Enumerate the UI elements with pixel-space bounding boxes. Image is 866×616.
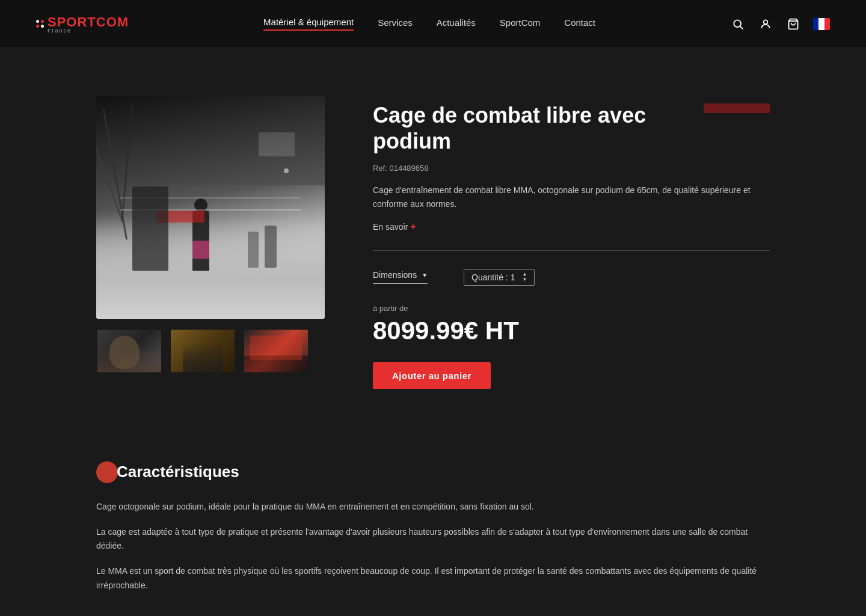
main-nav: Matériel & équipement Services Actualité… (263, 17, 595, 31)
product-title-highlight (704, 103, 770, 113)
logo-dot-3 (36, 25, 39, 28)
quantity-control[interactable]: Quantité : 1 ▲ ▼ (464, 269, 535, 286)
section-body: Cage octogonale sur podium, idéale pour … (96, 500, 770, 593)
site-header: SPORTCOM France Matériel & équipement Se… (0, 0, 866, 48)
title-line2: podium (373, 129, 451, 153)
en-savoir-label: En savoir (373, 222, 408, 232)
flag-white (818, 18, 824, 30)
en-savoir-plus: + (410, 221, 416, 232)
main-product-image (96, 96, 325, 319)
logo-dot-4 (41, 25, 44, 28)
header-actions (730, 16, 830, 32)
nav-sportcom[interactable]: SportCom (500, 17, 541, 30)
nav-materiel[interactable]: Matériel & équipement (263, 17, 354, 31)
caracteristiques-section: Caractéristiques Cage octogonale sur pod… (0, 425, 866, 616)
caracteristiques-para2: La cage est adaptée à tout type de prati… (96, 525, 770, 554)
qty-down-icon[interactable]: ▼ (522, 277, 527, 283)
thumbnails (96, 328, 325, 374)
svg-line-1 (740, 26, 743, 29)
nav-services[interactable]: Services (378, 17, 413, 30)
thumb-img-1 (97, 330, 161, 372)
section-title-dot (96, 461, 118, 483)
logo-dot-2 (41, 20, 44, 23)
en-savoir-link[interactable]: En savoir + (373, 221, 416, 232)
product-ref: Ref: 014489658 (373, 164, 770, 173)
account-icon[interactable] (758, 16, 773, 32)
cart-icon[interactable] (785, 16, 801, 32)
quantity-label: Quantité : 1 (471, 273, 515, 282)
thumbnail-1[interactable] (96, 328, 162, 374)
price-value: 8099.99€ HT (373, 316, 770, 345)
quantity-arrows: ▲ ▼ (522, 272, 527, 283)
main-image-inner (96, 96, 325, 319)
product-page: Cage de combat libre avec podium Ref: 01… (0, 48, 866, 425)
nav-actualites[interactable]: Actualités (437, 17, 476, 30)
product-info: Cage de combat libre avec podium Ref: 01… (373, 96, 770, 389)
thumbnail-3[interactable] (243, 328, 309, 374)
product-images (96, 96, 325, 374)
title-line1: Cage de combat libre avec (373, 103, 646, 128)
product-title: Cage de combat libre avec podium (373, 102, 770, 154)
product-title-text: Cage de combat libre avec podium (373, 103, 646, 153)
svg-point-0 (734, 20, 741, 27)
nav-contact[interactable]: Contact (564, 17, 595, 30)
flag-blue (813, 18, 818, 30)
divider (373, 250, 770, 251)
logo-dot-1 (36, 20, 39, 23)
svg-point-2 (764, 20, 768, 24)
caracteristiques-para3: Le MMA est un sport de combat très physi… (96, 564, 770, 593)
price-from-label: à partir de (373, 304, 770, 313)
logo-text-main: SPORT (48, 14, 96, 29)
logo[interactable]: SPORTCOM France (36, 14, 129, 34)
thumb-img-3 (244, 330, 308, 372)
add-to-cart-button[interactable]: Ajouter au panier (373, 362, 491, 389)
dimensions-label: Dimensions (373, 270, 417, 280)
logo-text-block: SPORTCOM France (48, 14, 129, 34)
logo-dots (36, 20, 44, 28)
language-flag[interactable] (813, 18, 830, 30)
search-icon[interactable] (730, 16, 746, 32)
dimensions-dropdown[interactable]: Dimensions ▼ (373, 270, 428, 284)
thumb-img-2 (171, 330, 235, 372)
logo-text-accent: COM (96, 14, 129, 29)
section-title-wrapper: Caractéristiques (96, 461, 770, 483)
flag-red (825, 18, 830, 30)
thumbnail-2[interactable] (170, 328, 236, 374)
caracteristiques-para1: Cage octogonale sur podium, idéale pour … (96, 500, 770, 514)
product-options: Dimensions ▼ Quantité : 1 ▲ ▼ (373, 269, 770, 286)
section-title: Caractéristiques (117, 463, 239, 481)
product-description: Cage d'entraînement de combat libre MMA,… (373, 183, 770, 211)
dimensions-arrow-icon: ▼ (422, 272, 428, 279)
